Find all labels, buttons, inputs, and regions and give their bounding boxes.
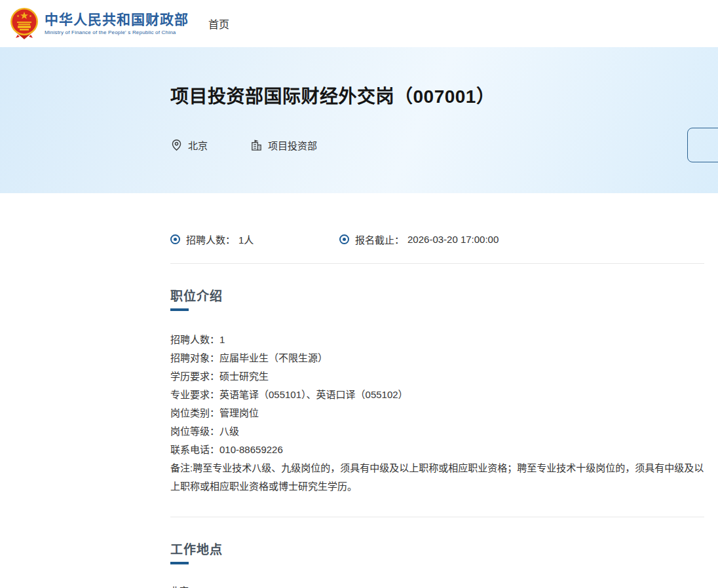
deadline-value: 2026-03-20 17:00:00 xyxy=(407,234,499,245)
national-emblem-icon xyxy=(9,7,39,40)
job-detail-line: 招聘对象：应届毕业生（不限生源） xyxy=(170,349,704,367)
workplace-value: 北京 xyxy=(170,583,704,588)
job-location-label: 北京 xyxy=(188,138,208,152)
job-detail-line: 岗位等级：八级 xyxy=(170,422,704,441)
job-detail-lines: 招聘人数：1 招聘对象：应届毕业生（不限生源） 学历要求：硕士研究生 专业要求：… xyxy=(170,331,704,517)
recruit-count-label: 招聘人数： xyxy=(186,232,235,246)
radio-dot-icon xyxy=(170,234,180,244)
section-title-workplace: 工作地点 xyxy=(170,540,704,557)
job-department: 项目投资部 xyxy=(250,138,317,152)
job-detail-line: 岗位类别：管理岗位 xyxy=(170,404,704,422)
job-detail-main: 招聘人数： 1人 报名截止： 2026-03-20 17:00:00 职位介绍 … xyxy=(170,232,704,588)
section-title-underline xyxy=(170,308,189,311)
job-summary-row: 招聘人数： 1人 报名截止： 2026-03-20 17:00:00 xyxy=(170,232,704,264)
job-department-label: 项目投资部 xyxy=(268,138,317,152)
summary-deadline: 报名截止： 2026-03-20 17:00:00 xyxy=(339,232,499,246)
section-workplace: 工作地点 北京 xyxy=(170,540,704,588)
section-job-intro: 职位介绍 招聘人数：1 招聘对象：应届毕业生（不限生源） 学历要求：硕士研究生 … xyxy=(170,286,704,517)
section-title-job-intro: 职位介绍 xyxy=(170,286,704,304)
deadline-label: 报名截止： xyxy=(355,232,404,246)
brand-text: 中华人民共和国财政部 Ministry of Finance of the Pe… xyxy=(45,12,189,35)
job-detail-line: 专业要求：英语笔译（055101）、英语口译（055102） xyxy=(170,386,704,404)
ministry-logo[interactable]: 中华人民共和国财政部 Ministry of Finance of the Pe… xyxy=(9,7,189,40)
job-meta-row: 北京 项目投资部 xyxy=(170,138,718,152)
brand-title: 中华人民共和国财政部 xyxy=(45,12,189,28)
job-hero: 项目投资部国际财经外交岗（007001） 北京 xyxy=(0,47,718,193)
apply-action-button-partial[interactable] xyxy=(687,128,718,162)
map-pin-icon xyxy=(170,139,183,151)
job-detail-line: 学历要求：硕士研究生 xyxy=(170,367,704,386)
summary-recruit-count: 招聘人数： 1人 xyxy=(170,232,339,246)
section-title-underline xyxy=(170,562,189,564)
job-location: 北京 xyxy=(170,138,208,152)
app-header: 中华人民共和国财政部 Ministry of Finance of the Pe… xyxy=(0,0,718,47)
main-nav: 首页 xyxy=(208,16,229,31)
nav-home-link[interactable]: 首页 xyxy=(208,19,229,30)
brand-subtitle: Ministry of Finance of the People' s Rep… xyxy=(45,29,189,35)
job-detail-line: 招聘人数：1 xyxy=(170,331,704,349)
job-detail-line: 联系电话：010-88659226 xyxy=(170,441,704,459)
job-title: 项目投资部国际财经外交岗（007001） xyxy=(170,86,718,107)
building-icon xyxy=(250,139,263,151)
radio-dot-icon xyxy=(339,234,349,244)
recruit-count-value: 1人 xyxy=(238,232,254,246)
job-detail-line: 备注:聘至专业技术八级、九级岗位的，须具有中级及以上职称或相应职业资格；聘至专业… xyxy=(170,459,704,496)
